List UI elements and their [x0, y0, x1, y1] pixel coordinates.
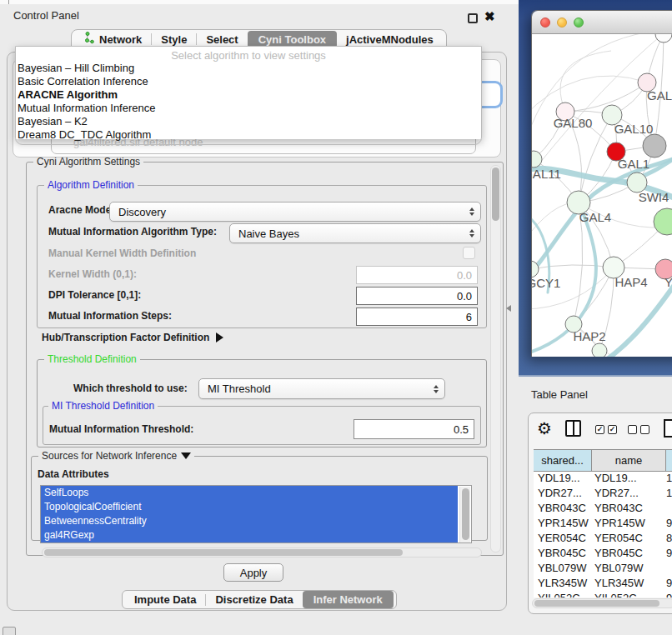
cell-shared-name: YPR145W — [534, 517, 591, 532]
cyni-algorithm-settings-legend: Cyni Algorithm Settings — [33, 156, 143, 168]
svg-text:HAP2: HAP2 — [573, 329, 605, 343]
algorithm-popup-list: Bayesian – Hill ClimbingBasic Correlatio… — [15, 62, 482, 142]
attribute-item-selfloops[interactable]: SelfLoops — [41, 486, 458, 500]
settings-horizontal-scrollbar[interactable] — [42, 548, 482, 558]
hub-definition-toggle[interactable]: Hub/Transcription Factor Definition — [42, 332, 223, 343]
deselect-all-checks-icon[interactable] — [628, 425, 649, 434]
hub-definition-label: Hub/Transcription Factor Definition — [42, 332, 209, 343]
select-all-checks-icon[interactable]: ✓✓ — [595, 425, 617, 434]
table-row[interactable]: YBR043CYBR043C — [534, 502, 672, 517]
mi-type-combo[interactable]: Naive Bayes — [229, 223, 481, 243]
tab-network-label: Network — [99, 33, 142, 46]
algorithm-item-mutual-information-inference[interactable]: Mutual Information Inference — [15, 102, 482, 115]
sources-legend[interactable]: Sources for Network Inference — [38, 450, 194, 462]
threshold-definition-legend: Threshold Definition — [44, 353, 140, 365]
close-icon[interactable]: ✖ — [484, 9, 495, 24]
sources-legend-label: Sources for Network Inference — [42, 450, 177, 462]
column-layout-icon[interactable] — [565, 420, 581, 437]
spinner-arrows-icon — [469, 208, 474, 216]
spinner-arrows-icon — [434, 385, 439, 393]
algorithm-item-bayesian-k2[interactable]: Bayesian – K2 — [15, 115, 482, 128]
cell-name: YBR045C — [591, 547, 664, 562]
minimize-traffic-icon[interactable] — [557, 18, 567, 28]
column-header-name[interactable]: name — [592, 450, 666, 471]
settings-vertical-scrollbar[interactable] — [490, 165, 501, 552]
cell-shared-name: YIL052C — [534, 592, 591, 598]
cell-value: 9. — [664, 592, 672, 598]
cell-name: YBL079W — [591, 562, 664, 577]
which-threshold-label: Which threshold to use: — [73, 382, 188, 394]
aracne-mode-combo[interactable]: Discovery — [109, 202, 481, 222]
network-view-window[interactable]: GALGAL80GAL10GAL1SWI4GAL11GAL4GCY1HAP4YH… — [531, 10, 672, 357]
table-row[interactable]: YDR27...YDR27...12 — [534, 487, 672, 502]
table-row[interactable]: YPR145WYPR145W9. — [534, 517, 672, 532]
tab-select-label: Select — [206, 33, 238, 46]
float-window-icon[interactable] — [468, 13, 478, 23]
network-canvas[interactable]: GALGAL80GAL10GAL1SWI4GAL11GAL4GCY1HAP4YH… — [532, 34, 672, 357]
svg-text:Y: Y — [664, 275, 672, 289]
attribute-item-topologicalcoefficient[interactable]: TopologicalCoefficient — [41, 500, 458, 514]
tab-jactivemnodules-label: jActiveMNodules — [346, 33, 434, 46]
zoom-traffic-icon[interactable] — [574, 18, 584, 28]
attr-rows: SelfLoopsTopologicalCoefficientBetweenne… — [41, 486, 471, 542]
algorithm-item-dream8-dc-tdc-algorithm[interactable]: Dream8 DC_TDC Algorithm — [15, 128, 482, 142]
cell-value — [664, 562, 672, 577]
table-row[interactable]: YER054CYER054C8. — [534, 532, 672, 547]
algorithm-item-aracne-algorithm[interactable]: ARACNE Algorithm — [15, 88, 482, 102]
algorithm-definition-group: Algorithm Definition Aracne Mode: Discov… — [37, 185, 487, 328]
bottom-tab-infer-network[interactable]: Infer Network — [303, 591, 394, 608]
minimized-window-icon[interactable] — [3, 627, 16, 635]
svg-text:GAL11: GAL11 — [532, 167, 561, 181]
algorithm-item-basic-correlation-inference[interactable]: Basic Correlation Inference — [15, 75, 482, 88]
table-horizontal-scrollbar[interactable] — [532, 598, 672, 608]
bottom-tab-impute-data[interactable]: Impute Data — [125, 592, 205, 608]
algorithm-definition-legend: Algorithm Definition — [44, 179, 138, 191]
control-panel-title: Control Panel — [13, 9, 79, 22]
expand-right-icon — [216, 332, 223, 342]
column-header-a[interactable]: A — [666, 450, 672, 471]
table-header: shared...nameA — [534, 449, 672, 472]
manual-kernel-label: Manual Kernel Width Definition — [48, 248, 196, 259]
network-svg: GALGAL80GAL10GAL1SWI4GAL11GAL4GCY1HAP4YH… — [532, 34, 672, 357]
file-icon[interactable] — [664, 419, 672, 438]
apply-button[interactable]: Apply — [223, 563, 283, 582]
mi-threshold-label: Mutual Information Threshold: — [49, 423, 193, 435]
attribute-item-betweennesscentrality[interactable]: BetweennessCentrality — [41, 514, 458, 528]
data-attributes-list[interactable]: SelfLoopsTopologicalCoefficientBetweenne… — [40, 485, 472, 543]
mi-steps-field[interactable]: 6 — [356, 308, 478, 326]
which-threshold-combo[interactable]: MI Threshold — [198, 378, 445, 399]
cell-name: YIL052C — [591, 592, 664, 598]
table-row[interactable]: YBR045CYBR045C9. — [534, 547, 672, 562]
dpi-tolerance-field[interactable]: 0.0 — [356, 287, 478, 305]
tab-jactivemnodules[interactable]: jActiveMNodules — [337, 32, 443, 48]
mi-type-value: Naive Bayes — [238, 228, 299, 240]
algorithm-item-bayesian-hill-climbing[interactable]: Bayesian – Hill Climbing — [15, 62, 482, 75]
attributes-vertical-scrollbar[interactable] — [459, 487, 470, 543]
network-window-titlebar[interactable] — [532, 11, 672, 34]
cell-name: YBR043C — [591, 502, 664, 517]
dpi-tolerance-label: DPI Tolerance [0,1]: — [48, 289, 141, 301]
attribute-item-gal4rgexp[interactable]: gal4RGexp — [41, 528, 458, 542]
table-row[interactable]: YLR345WYLR345W9. — [534, 577, 672, 592]
screen: Control Panel ✖ NetworkStyleSelectCyni T… — [0, 0, 672, 635]
tab-select[interactable]: Select — [197, 32, 247, 48]
kernel-width-label: Kernel Width (0,1): — [48, 268, 137, 280]
mi-threshold-field[interactable]: 0.5 — [354, 419, 474, 439]
column-header-shared-[interactable]: shared... — [534, 450, 592, 471]
data-attributes-label: Data Attributes — [38, 468, 109, 480]
table-row[interactable]: YIL052CYIL052C9. — [534, 592, 672, 598]
aracne-mode-label: Aracne Mode: — [48, 204, 114, 216]
svg-text:GAL1: GAL1 — [618, 157, 649, 171]
close-traffic-icon[interactable] — [540, 18, 550, 28]
table-row[interactable]: YDL19...YDL19...13 — [534, 472, 672, 487]
cell-shared-name: YBR045C — [534, 547, 591, 562]
tab-style[interactable]: Style — [152, 32, 196, 48]
split-pane-collapse-icon[interactable] — [506, 305, 511, 312]
manual-kernel-checkbox[interactable] — [463, 247, 475, 259]
bottom-tab-discretize-data[interactable]: Discretize Data — [206, 592, 302, 608]
spinner-arrows-icon — [469, 229, 474, 238]
table-row[interactable]: YBL079WYBL079W — [534, 562, 672, 577]
cell-value: 13 — [664, 472, 672, 487]
kernel-width-field[interactable]: 0.0 — [356, 266, 478, 284]
gear-icon[interactable]: ⚙ — [537, 418, 552, 438]
